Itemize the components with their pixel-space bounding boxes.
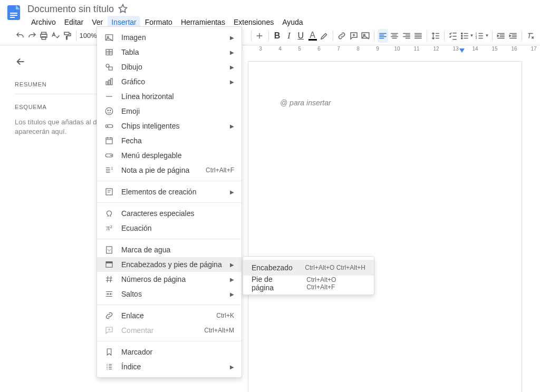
underline-button[interactable]: U <box>295 29 306 43</box>
menu-label: Fecha <box>121 136 234 145</box>
menu-item-index[interactable]: Índice▶ <box>97 359 242 374</box>
menu-label: Ecuación <box>121 224 234 232</box>
doc-title[interactable]: Documento sin título <box>27 4 114 15</box>
insert-hint: @ para insertar <box>280 99 331 107</box>
menu-label: Imagen <box>121 33 223 42</box>
menu-item-emoji[interactable]: Emoji <box>97 104 242 119</box>
bold-button[interactable]: B <box>272 29 282 43</box>
menu-item-footnote[interactable]: 1Nota a pie de páginaCtrl+Alt+F <box>97 163 242 178</box>
menu-item-header[interactable]: Encabezados y pies de página▶ <box>97 257 242 272</box>
date-icon <box>104 136 114 145</box>
svg-point-28 <box>107 126 108 127</box>
menu-item-omega[interactable]: Caracteres especiales <box>97 206 242 221</box>
menu-item-chart[interactable]: Gráfico▶ <box>97 74 242 89</box>
menu-label: Enlace <box>121 311 209 320</box>
svg-rect-23 <box>111 79 112 85</box>
menu-item-pi[interactable]: π²Ecuación <box>97 221 242 236</box>
headers-footers-submenu: EncabezadoCtrl+Alt+O Ctrl+Alt+HPie de pá… <box>243 256 374 295</box>
spellcheck-button[interactable] <box>50 29 61 43</box>
highlight-button[interactable] <box>319 29 330 43</box>
svg-point-25 <box>108 110 109 111</box>
numbered-list-button[interactable]: 123▼ <box>475 29 489 43</box>
docs-app-icon[interactable] <box>4 3 23 22</box>
star-icon[interactable] <box>118 4 128 15</box>
print-button[interactable] <box>38 29 49 43</box>
italic-button[interactable]: I <box>284 29 294 43</box>
menu-item-break[interactable]: Saltos▶ <box>97 287 242 301</box>
add-comment-button[interactable] <box>348 29 359 43</box>
menubar-item-editar[interactable]: Editar <box>61 16 88 28</box>
align-justify-button[interactable] <box>413 29 423 43</box>
clear-formatting-button[interactable] <box>525 29 536 43</box>
menu-item-drawing[interactable]: Dibujo▶ <box>97 60 242 74</box>
menu-label: Emoji <box>121 107 234 115</box>
menu-item-table[interactable]: Tabla▶ <box>97 45 242 60</box>
footnote-icon: 1 <box>104 165 114 175</box>
document-page[interactable]: @ para insertar <box>248 61 522 392</box>
menu-item-chips[interactable]: Chips inteligentes▶ <box>97 119 242 133</box>
redo-button[interactable] <box>26 29 37 43</box>
menu-item-hr[interactable]: Línea horizontal <box>97 89 242 104</box>
chevron-right-icon: ▶ <box>230 35 234 41</box>
svg-point-24 <box>105 107 113 115</box>
menubar-item-archivo[interactable]: Archivo <box>27 16 60 28</box>
svg-point-12 <box>461 37 462 38</box>
menu-item-image[interactable]: Imagen▶ <box>97 30 242 45</box>
checklist-button[interactable] <box>448 29 458 43</box>
svg-point-10 <box>461 33 462 34</box>
menu-item-date[interactable]: Fecha <box>97 133 242 148</box>
menu-label: Dibujo <box>121 63 223 71</box>
menu-label: Elementos de creación <box>121 188 223 196</box>
chart-icon <box>104 77 114 86</box>
menu-label: Marcador <box>121 348 234 356</box>
svg-text:3: 3 <box>476 36 477 40</box>
align-right-button[interactable] <box>401 29 412 43</box>
bulleted-list-button[interactable]: ▼ <box>460 29 474 43</box>
table-icon <box>104 47 114 57</box>
dropdown-icon <box>104 151 114 160</box>
line-spacing-button[interactable] <box>430 29 441 43</box>
submenu-item[interactable]: Pie de páginaCtrl+Alt+O Ctrl+Alt+F <box>243 276 374 291</box>
align-left-button[interactable] <box>378 29 388 43</box>
align-center-button[interactable] <box>389 29 400 43</box>
svg-text:1: 1 <box>111 166 113 170</box>
back-arrow-icon[interactable] <box>15 56 27 68</box>
paint-format-button[interactable] <box>62 29 73 43</box>
svg-rect-1 <box>10 13 17 14</box>
indent-increase-button[interactable] <box>508 29 518 43</box>
chevron-right-icon: ▶ <box>230 189 234 195</box>
header-icon <box>104 260 114 269</box>
menu-item-blocks[interactable]: Elementos de creación▶ <box>97 184 242 199</box>
menubar-item-ayuda[interactable]: Ayuda <box>278 16 306 28</box>
menu-item-watermark[interactable]: Marca de agua <box>97 242 242 257</box>
chips-icon <box>104 121 114 131</box>
menu-item-comment: ComentarCtrl+Alt+M <box>97 323 242 338</box>
undo-button[interactable] <box>15 29 25 43</box>
menu-label: Gráfico <box>121 77 223 86</box>
svg-rect-27 <box>105 125 113 128</box>
svg-point-26 <box>110 110 111 111</box>
menu-item-hash[interactable]: Números de página▶ <box>97 272 242 287</box>
menu-item-dropdown[interactable]: Menú desplegable <box>97 148 242 163</box>
menu-item-link[interactable]: EnlaceCtrl+K <box>97 308 242 323</box>
comment-icon <box>104 326 114 335</box>
svg-rect-3 <box>10 17 15 18</box>
insert-image-toolbar-button[interactable] <box>360 29 371 43</box>
text-color-button[interactable]: A <box>307 29 317 43</box>
emoji-icon <box>104 106 114 116</box>
ruler-indent-marker[interactable] <box>459 48 465 54</box>
insert-link-button[interactable] <box>336 29 347 43</box>
submenu-item[interactable]: EncabezadoCtrl+Alt+O Ctrl+Alt+H <box>243 260 374 276</box>
svg-rect-33 <box>107 247 112 253</box>
svg-rect-2 <box>10 15 17 16</box>
svg-rect-32 <box>106 189 112 195</box>
chevron-right-icon: ▶ <box>230 79 234 85</box>
indent-decrease-button[interactable] <box>496 29 506 43</box>
menu-label: Línea horizontal <box>121 92 234 101</box>
insert-image-button[interactable] <box>254 29 265 43</box>
menu-item-bookmark[interactable]: Marcador <box>97 345 242 359</box>
hash-icon <box>104 275 114 284</box>
index-icon <box>104 362 114 371</box>
menu-label: Chips inteligentes <box>121 122 223 130</box>
insert-menu: Imagen▶Tabla▶Dibujo▶Gráfico▶Línea horizo… <box>97 26 242 378</box>
